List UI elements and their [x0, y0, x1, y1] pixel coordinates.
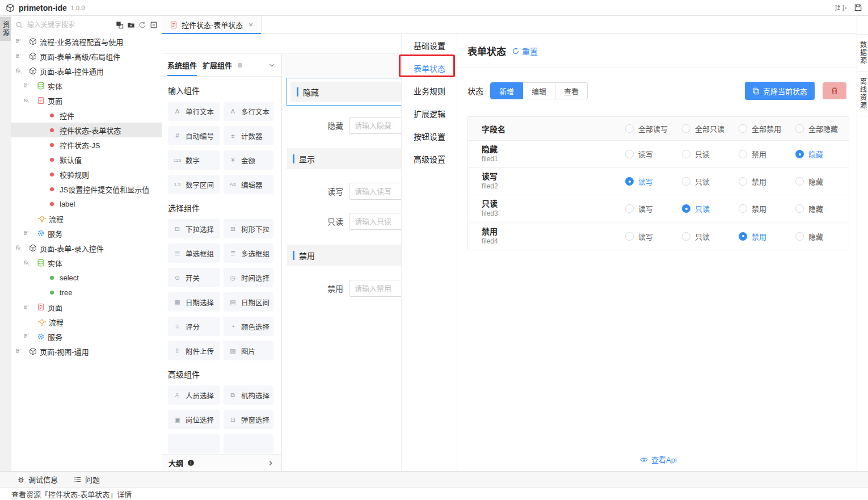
palette-item-auto-number[interactable]: #自动编号: [168, 126, 220, 145]
save-icon[interactable]: [854, 3, 862, 12]
palette-item-date-range[interactable]: ▤日期区间: [224, 292, 273, 312]
locate-file-icon[interactable]: [116, 21, 124, 29]
expander-icon[interactable]: Ñ‹ˎ: [24, 260, 34, 266]
palette-item-switch[interactable]: ⊙开关: [168, 268, 220, 287]
tree-item-entry-widget[interactable]: Ñ‹ˎ页面-表单-录入控件: [11, 241, 162, 255]
new-folder-icon[interactable]: [127, 21, 135, 29]
refresh-icon[interactable]: [138, 21, 146, 29]
palette-item-date-picker[interactable]: ▦日期选择: [168, 292, 220, 312]
tree-item-entity[interactable]: îž ʼ实体: [11, 78, 162, 93]
radio-icon[interactable]: [795, 232, 804, 241]
palette-item-single-line-text[interactable]: A单行文本: [168, 102, 220, 121]
radio-icon[interactable]: [682, 204, 690, 213]
tree-item-widget-state-js[interactable]: 控件状态-JS: [11, 137, 162, 152]
expander-icon[interactable]: îž ʼ: [16, 53, 26, 59]
tree-item-process-config[interactable]: îž ʼ流程-业务流程配置与使用: [11, 34, 162, 49]
radio-icon[interactable]: [625, 232, 634, 241]
info-icon[interactable]: [187, 459, 195, 467]
palette-item-color-picker[interactable]: ◔颜色选择: [224, 317, 273, 336]
palette-item-dropdown[interactable]: ⊟下拉选择: [168, 219, 220, 238]
bulk-option-hidden[interactable]: 全部隐藏: [792, 123, 849, 134]
outline-bar[interactable]: 大纲: [162, 454, 281, 471]
radio-icon[interactable]: [795, 204, 804, 213]
nav-item-button-settings[interactable]: 按钮设置: [402, 125, 457, 148]
radio-icon[interactable]: [625, 177, 634, 186]
rail-tab-resources[interactable]: 资源: [0, 17, 11, 41]
radio-icon[interactable]: [795, 150, 804, 158]
nav-item-advanced-settings[interactable]: 高级设置: [402, 148, 457, 170]
field-input-readonly[interactable]: [349, 213, 401, 230]
radio-icon[interactable]: [795, 177, 804, 186]
palette-item-person-picker[interactable]: ♙人员选择: [168, 385, 220, 405]
palette-item-post-picker[interactable]: ▣岗位选择: [168, 410, 220, 429]
tree-item-default-value[interactable]: 默认值: [11, 152, 162, 167]
problems-button[interactable]: 问题: [74, 474, 100, 485]
nav-item-form-state[interactable]: 表单状态: [402, 57, 457, 79]
palette-item-checkbox-group[interactable]: ≣多选框组: [224, 243, 273, 263]
tree-item-page-layout[interactable]: îž ʼ页面-表单-高级/布局组件: [11, 49, 162, 64]
palette-item-counter[interactable]: ±计数器: [224, 126, 273, 145]
nav-item-basic-settings[interactable]: 基础设置: [402, 34, 457, 57]
radio-icon[interactable]: [625, 204, 634, 213]
radio-icon[interactable]: [625, 124, 634, 133]
debug-info-button[interactable]: 调试信息: [17, 474, 58, 485]
bulk-option-disabled[interactable]: 全部禁用: [735, 123, 792, 134]
tree-item-entity2[interactable]: Ñ‹ˎ实体: [11, 255, 162, 270]
reset-link[interactable]: 重置: [512, 45, 538, 57]
option-disabled[interactable]: 禁用: [735, 176, 792, 187]
chevron-down-icon[interactable]: [268, 61, 276, 69]
tree-item-widget-common[interactable]: Ñ‹ˎ页面-表单-控件通用: [11, 64, 162, 78]
option-readonly[interactable]: 只读: [679, 176, 735, 187]
tab-system-components[interactable]: 系统组件: [167, 54, 197, 76]
field-input-hidden[interactable]: [349, 117, 401, 134]
palette-item-file-upload[interactable]: ⇧附件上传: [168, 341, 220, 360]
radio-icon[interactable]: [739, 204, 747, 213]
radio-icon[interactable]: [739, 124, 747, 133]
palette-item-multi-line-text[interactable]: A多行文本: [224, 102, 273, 121]
option-disabled[interactable]: 禁用: [735, 149, 792, 159]
palette-item-cutoff[interactable]: [224, 434, 273, 453]
radio-icon[interactable]: [739, 150, 747, 158]
expander-icon[interactable]: îž ʼ: [16, 39, 26, 44]
radio-icon[interactable]: [682, 150, 690, 158]
palette-item-number-range[interactable]: 1-3数字区间: [168, 175, 220, 194]
option-readonly-selected[interactable]: 只读: [679, 203, 735, 214]
expander-icon[interactable]: îž ʼ: [24, 334, 34, 339]
option-disabled-selected[interactable]: 禁用: [735, 231, 792, 242]
expander-icon[interactable]: Ñ‹ˎ: [24, 98, 34, 103]
radio-icon[interactable]: [682, 177, 690, 186]
rail-tab-offline-resource[interactable]: 离线资源: [857, 72, 868, 116]
palette-item-tree-dropdown[interactable]: ⊞树形下拉: [224, 219, 273, 238]
section-header-disabled[interactable]: 禁用: [286, 245, 401, 266]
tree-item-service2[interactable]: îž ʼ服务: [11, 329, 162, 344]
titlebar-glyph-icons[interactable]: ĵẑ ĵ›: [835, 5, 847, 11]
palette-item-popup-picker[interactable]: ⊡弹窗选择: [224, 410, 273, 429]
radio-icon[interactable]: [682, 124, 690, 133]
bulk-option-readwrite[interactable]: 全部读写: [622, 123, 679, 134]
search-input[interactable]: [26, 20, 113, 30]
state-tab-view[interactable]: 查看: [555, 82, 588, 99]
palette-item-amount[interactable]: ¥金额: [224, 150, 273, 170]
expander-icon[interactable]: Ñ‹ˎ: [16, 68, 26, 74]
option-hidden-selected[interactable]: 隐藏: [792, 149, 849, 159]
selected-section-hidden[interactable]: 隐藏: [286, 78, 401, 106]
expander-icon[interactable]: îž ʼ: [24, 230, 34, 236]
option-hidden[interactable]: 隐藏: [792, 203, 849, 214]
chevron-right-icon[interactable]: [267, 459, 275, 467]
option-hidden[interactable]: 隐藏: [792, 176, 849, 187]
palette-item-rating[interactable]: ☆评分: [168, 317, 220, 336]
radio-icon[interactable]: [625, 150, 634, 158]
tree-item-validation-rule[interactable]: 校验规则: [11, 167, 162, 182]
tree-item-flow2[interactable]: 流程: [11, 314, 162, 329]
tree-item-flow[interactable]: 流程: [11, 211, 162, 226]
expander-icon[interactable]: îž ʼ: [24, 83, 34, 89]
tree-item-page[interactable]: Ñ‹ˎ页面: [11, 93, 162, 108]
option-readwrite[interactable]: 读写: [622, 231, 679, 242]
expander-icon[interactable]: Ñ‹ˎ: [16, 245, 26, 251]
tree-item-page2[interactable]: îž ʼ页面: [11, 300, 162, 314]
radio-icon[interactable]: [739, 177, 747, 186]
palette-item-radio-group[interactable]: ☰单选框组: [168, 243, 220, 263]
option-readonly[interactable]: 只读: [679, 231, 735, 242]
radio-icon[interactable]: [682, 232, 690, 241]
section-header-hidden[interactable]: 隐藏: [290, 82, 401, 102]
